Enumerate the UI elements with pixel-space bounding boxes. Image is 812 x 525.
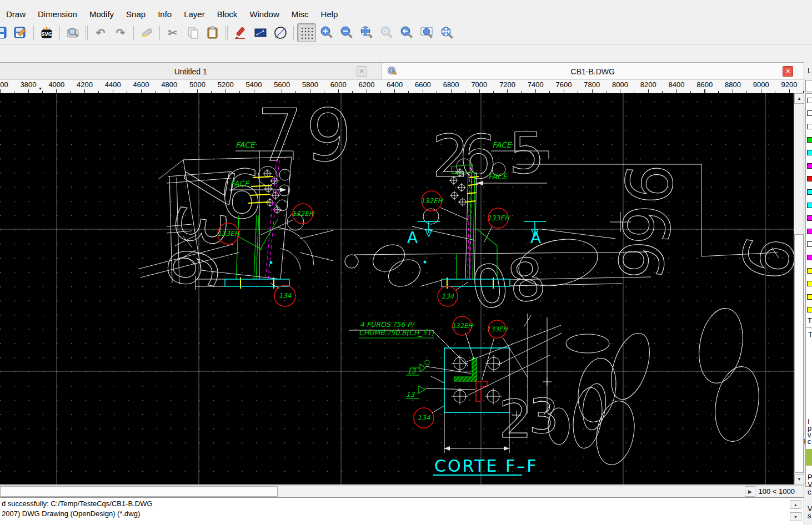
ruler-tick-label: 8200: [634, 80, 663, 89]
layer-row[interactable]: [806, 290, 812, 304]
menu-item[interactable]: Modify: [83, 8, 120, 20]
ruler-tick-label: 8400: [663, 80, 691, 89]
save-icon[interactable]: [0, 23, 10, 42]
layer-row[interactable]: [806, 225, 812, 238]
tab-untitled[interactable]: Untitled 1 ✕: [0, 63, 382, 80]
ruler-tick-label: 7600: [550, 80, 578, 89]
output-scroll-down-icon[interactable]: ▼: [790, 512, 801, 521]
menu-item[interactable]: Snap: [120, 8, 152, 20]
layer-row[interactable]: [806, 199, 812, 212]
tab-title: Untitled 1: [174, 67, 207, 76]
panel-title-fragment: L: [808, 67, 811, 75]
layer-color-swatch: [807, 241, 812, 247]
tab-close-icon[interactable]: ✕: [357, 66, 367, 77]
layer-color-swatch: [807, 281, 812, 286]
selected-row-highlight[interactable]: [806, 449, 812, 466]
output-scroll-up-icon[interactable]: ▲: [790, 500, 801, 509]
paste-icon[interactable]: [203, 23, 222, 42]
text-fragment: s: [808, 512, 811, 520]
menu-item[interactable]: Help: [315, 8, 344, 20]
vertical-scroll-thumb[interactable]: [794, 234, 804, 473]
block-list[interactable]: T: [805, 327, 812, 487]
export-svg-icon[interactable]: SVG: [37, 23, 56, 42]
layer-color-swatch: [807, 150, 812, 155]
menu-item[interactable]: Draw: [0, 8, 32, 20]
svg-text:133EH: 133EH: [487, 325, 508, 333]
ruler-tick-label: 6000: [324, 80, 353, 89]
zoom-previous-icon[interactable]: [377, 23, 396, 42]
layer-row[interactable]: [806, 94, 812, 107]
layer-row[interactable]: [806, 120, 812, 133]
layer-row[interactable]: [806, 251, 812, 264]
svg-text:134: 134: [279, 292, 292, 300]
menu-item[interactable]: Window: [243, 8, 285, 20]
ruler-tick-label: 7800: [578, 80, 606, 89]
scroll-up-icon[interactable]: ▲: [794, 93, 804, 104]
tab-close-icon[interactable]: ✕: [783, 66, 793, 77]
text-fragment: c: [808, 488, 811, 496]
layer-row[interactable]: [806, 159, 812, 173]
zoom-window-icon[interactable]: [417, 23, 436, 42]
zoom-in-icon[interactable]: [317, 23, 336, 42]
tab-cb1-b-dwg[interactable]: CB1-B.DWG ✕: [382, 63, 804, 80]
layer-row[interactable]: [806, 173, 812, 186]
drawing-canvas[interactable]: 79 736 6: [0, 93, 794, 484]
print-preview-icon[interactable]: [63, 23, 82, 42]
undo-icon[interactable]: ↶: [91, 23, 110, 42]
layer-list[interactable]: [805, 93, 812, 351]
menu-item[interactable]: Block: [211, 8, 244, 20]
copy-icon[interactable]: [183, 23, 202, 42]
horizontal-scrollbar[interactable]: ▶ 100 < 1000: [0, 485, 804, 498]
ruler-tick-label: 4200: [71, 80, 99, 89]
ruler-tick-label: 6200: [353, 80, 381, 89]
layer-filter-input[interactable]: [805, 80, 812, 92]
ruler-position-marker: ▼: [38, 87, 42, 90]
layer-row[interactable]: [806, 146, 812, 159]
svg-text:133EH: 133EH: [217, 230, 240, 238]
layer-row[interactable]: [806, 133, 812, 147]
horizontal-scroll-thumb[interactable]: [0, 486, 278, 497]
layer-color-swatch: [807, 203, 812, 208]
svg-text:6: 6: [459, 122, 497, 191]
svg-text:3: 3: [529, 389, 559, 444]
layer-row[interactable]: [806, 304, 812, 317]
cad-application-window: DrawDimensionModifySnapInfoLayerBlockWin…: [0, 0, 812, 525]
cut-icon[interactable]: ✂: [163, 23, 182, 42]
redo-icon[interactable]: ↷: [111, 23, 130, 42]
zoom-out-icon[interactable]: [337, 23, 356, 42]
layer-color-swatch: [807, 163, 812, 169]
layer-color-swatch: [807, 268, 812, 274]
ruler-tick-label: 5400: [240, 80, 268, 89]
layer-row[interactable]: [806, 264, 812, 277]
horizontal-ruler: 3600380040004200440046004800500052005400…: [0, 79, 804, 94]
draw-pencil-icon[interactable]: [231, 23, 250, 42]
layer-color-swatch: [807, 307, 812, 312]
layer-row[interactable]: [806, 185, 812, 199]
menu-item[interactable]: Dimension: [32, 8, 83, 20]
vertical-scrollbar[interactable]: ▲ ▼: [794, 93, 804, 484]
svg-text:A: A: [407, 229, 418, 247]
circle-slash-icon[interactable]: [271, 23, 290, 42]
measure-icon[interactable]: [251, 23, 270, 42]
eraser-icon[interactable]: [137, 23, 156, 42]
save-as-icon[interactable]: [11, 23, 30, 42]
zoom-back-icon[interactable]: [397, 23, 416, 42]
layer-row[interactable]: [806, 238, 812, 251]
svg-text:6: 6: [603, 238, 678, 282]
zoom-auto-icon[interactable]: [357, 23, 376, 42]
layer-row[interactable]: [806, 107, 812, 120]
menu-item[interactable]: Layer: [178, 8, 211, 20]
toolbar-separator: [33, 26, 34, 40]
layer-row[interactable]: [806, 211, 812, 225]
list-item-fragment: T: [808, 330, 812, 339]
scroll-down-icon[interactable]: ▼: [794, 474, 804, 484]
grid-snap-toggle[interactable]: [297, 23, 316, 42]
ruler-tick-label: 8800: [719, 80, 747, 89]
text-fragment: 0 c: [804, 437, 811, 446]
layer-row[interactable]: [806, 277, 812, 290]
zoom-pan-icon[interactable]: [437, 23, 456, 42]
menu-item[interactable]: Misc: [285, 8, 315, 20]
menu-item[interactable]: Info: [152, 8, 178, 20]
command-output[interactable]: d successfully: C:/Temp/TesteCqs/CB1-B.D…: [0, 497, 804, 525]
scroll-right-icon[interactable]: ▶: [745, 486, 755, 497]
